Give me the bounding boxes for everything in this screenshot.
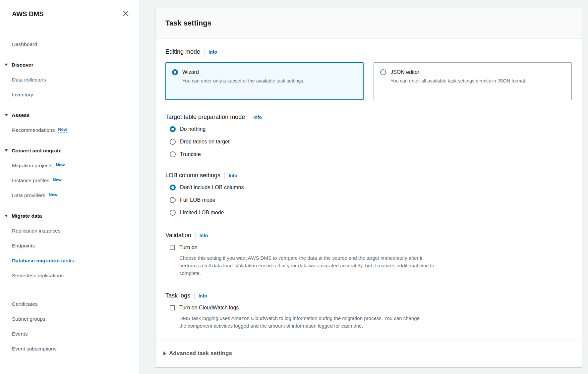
caret-down-icon (5, 114, 8, 116)
radio-label: Drop tables on target (180, 139, 229, 145)
cloudwatch-checkbox[interactable] (170, 305, 175, 310)
radio-row-dont-include-lob[interactable]: Don't include LOB columns (170, 184, 572, 191)
radio-row-full-lob[interactable]: Full LOB mode (170, 196, 572, 204)
label-separator (194, 293, 195, 299)
caret-down-icon (5, 149, 8, 152)
checkbox-label: Turn on (179, 244, 198, 250)
checkbox-label: Turn on CloudWatch logs (179, 305, 239, 311)
json-editor-option-card[interactable]: JSON editor You can enter all available … (374, 62, 572, 100)
wizard-option-card[interactable]: Wizard You can enter only a subset of th… (165, 62, 364, 100)
radio-button-do-nothing[interactable] (170, 126, 176, 132)
sidebar-group-convert-and-migrate[interactable]: Convert and migrate (0, 143, 140, 158)
sidebar-item-label: Instance profiles (12, 178, 49, 184)
caret-right-icon (163, 351, 166, 355)
sidebar-item-data-collectors[interactable]: Data collectors (0, 72, 140, 87)
task-logs-label: Task logs (165, 292, 190, 299)
sidebar-item-recommendations[interactable]: Recommendations New (0, 123, 140, 137)
task-logs-label-row: Task logs Info (165, 292, 572, 299)
sidebar-item-label: Serverless replications (12, 273, 64, 279)
task-settings-card: Task settings Editing mode Info Wizard Y… (155, 8, 582, 367)
radio-label: Truncate (180, 151, 201, 157)
validation-group: Turn on Choose this setting if you want … (170, 243, 572, 277)
sidebar-item-database-migration-tasks[interactable]: Database migration tasks (0, 253, 140, 268)
radio-row-truncate[interactable]: Truncate (170, 150, 572, 158)
sidebar-item-data-providers[interactable]: Data providers New (0, 188, 140, 203)
sidebar-item-subnet-groups[interactable]: Subnet groups (0, 311, 140, 326)
task-logs-info-link[interactable]: Info (199, 293, 207, 298)
label-separator (224, 172, 225, 179)
target-table-prep-label: Target table preparation mode (165, 114, 245, 121)
sidebar-item-certificates[interactable]: Certificates (0, 296, 140, 311)
new-badge: New (56, 163, 65, 168)
radio-label: Limited LOB mode (180, 210, 224, 216)
radio-button-truncate[interactable] (170, 151, 176, 157)
sidebar-group-label: Discover (12, 62, 33, 68)
cloudwatch-checkbox-row[interactable]: Turn on CloudWatch logs (170, 304, 572, 312)
radio-button-json-editor[interactable] (380, 69, 386, 75)
label-separator (249, 114, 249, 120)
radio-row-limited-lob[interactable]: Limited LOB mode (170, 209, 572, 217)
new-badge: New (49, 192, 58, 198)
card-body: Editing mode Info Wizard You can enter o… (155, 39, 582, 340)
sidebar-item-label: Certificates (12, 301, 38, 307)
validation-checkbox-row[interactable]: Turn on (170, 243, 572, 251)
editing-mode-options: Wizard You can enter only a subset of th… (165, 62, 572, 100)
sidebar: AWS DMS Dashboard Discover Data collecto… (0, 0, 140, 374)
sidebar-group-discover[interactable]: Discover (0, 57, 140, 72)
sidebar-item-label: Data providers (12, 192, 45, 198)
sidebar-group-migrate-data[interactable]: Migrate data (0, 208, 140, 223)
caret-down-icon (5, 215, 8, 217)
sidebar-item-label: Dashboard (12, 41, 37, 47)
label-separator (195, 232, 196, 239)
json-editor-option-description: You can enter all available task setting… (390, 77, 527, 84)
json-editor-option-text: JSON editor You can enter all available … (390, 68, 527, 94)
sidebar-item-label: Replication instances (12, 228, 60, 234)
sidebar-item-label: Events (12, 331, 28, 337)
radio-button-dont-include-lob[interactable] (170, 185, 176, 190)
sidebar-item-migration-projects[interactable]: Migration projects New (0, 158, 140, 173)
validation-checkbox[interactable] (170, 245, 175, 250)
advanced-task-settings-toggle[interactable]: Advanced task settings (155, 340, 582, 367)
radio-row-do-nothing[interactable]: Do nothing (170, 125, 572, 133)
sidebar-item-label: Inventory (12, 92, 33, 98)
sidebar-item-event-subscriptions[interactable]: Event subscriptions (0, 341, 140, 356)
sidebar-group-label: Migrate data (12, 213, 42, 219)
sidebar-item-label: Recommendations (12, 127, 55, 133)
caret-down-icon (5, 64, 8, 66)
sidebar-item-dashboard[interactable]: Dashboard (0, 37, 140, 52)
lob-settings-label-row: LOB column settings Info (165, 172, 572, 179)
sidebar-group-assess[interactable]: Assess (0, 108, 140, 123)
task-logs-group: Turn on CloudWatch logs DMS task logging… (170, 304, 572, 330)
radio-button-drop-tables[interactable] (170, 139, 176, 145)
radio-row-drop-tables[interactable]: Drop tables on target (170, 138, 572, 146)
validation-label-row: Validation Info (165, 232, 572, 239)
sidebar-item-inventory[interactable]: Inventory (0, 87, 140, 102)
advanced-task-settings-label: Advanced task settings (169, 350, 232, 357)
sidebar-item-events[interactable]: Events (0, 326, 140, 341)
radio-button-wizard[interactable] (172, 69, 178, 75)
json-editor-option-label: JSON editor (390, 68, 527, 76)
lob-settings-info-link[interactable]: Info (229, 173, 237, 178)
sidebar-item-replication-instances[interactable]: Replication instances (0, 223, 140, 238)
target-table-prep-info-link[interactable]: Info (253, 115, 262, 120)
sidebar-item-serverless-replications[interactable]: Serverless replications (0, 268, 140, 283)
sidebar-item-endpoints[interactable]: Endpoints (0, 238, 140, 253)
new-badge: New (58, 127, 67, 133)
target-table-prep-radio-group: Do nothing Drop tables on target Truncat… (170, 125, 572, 158)
sidebar-item-label: Database migration tasks (12, 258, 74, 264)
radio-label: Don't include LOB columns (180, 185, 244, 190)
validation-label: Validation (165, 232, 191, 239)
radio-button-limited-lob[interactable] (170, 210, 176, 216)
sidebar-item-label: Endpoints (12, 243, 35, 249)
close-button[interactable] (122, 10, 130, 18)
radio-button-full-lob[interactable] (170, 197, 176, 203)
editing-mode-label-row: Editing mode Info (165, 48, 572, 55)
label-separator (204, 49, 205, 55)
main-content: Task settings Editing mode Info Wizard Y… (140, 0, 588, 374)
new-badge: New (53, 178, 62, 183)
editing-mode-info-link[interactable]: Info (208, 49, 217, 55)
sidebar-group-label: Assess (12, 112, 29, 118)
validation-info-link[interactable]: Info (200, 233, 208, 238)
sidebar-item-instance-profiles[interactable]: Instance profiles New (0, 173, 140, 188)
card-header: Task settings (155, 8, 582, 39)
